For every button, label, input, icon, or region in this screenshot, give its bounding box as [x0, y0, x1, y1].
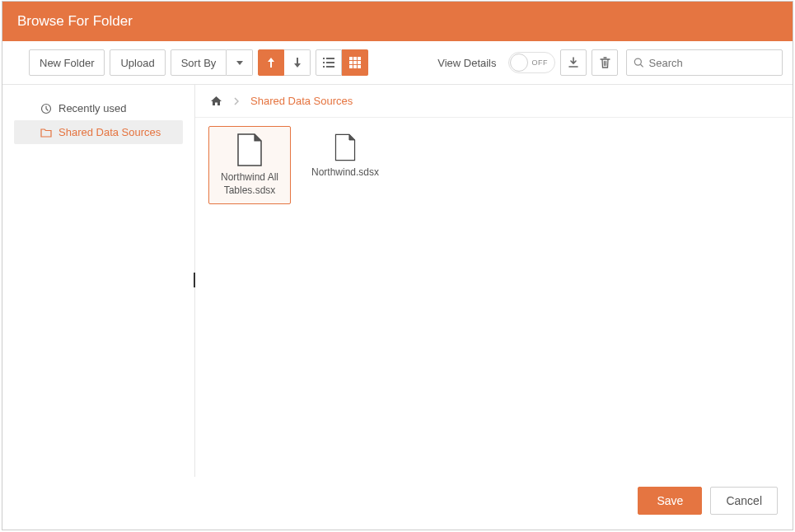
toolbar: New Folder Upload Sort By View: [2, 41, 793, 85]
sort-asc-button[interactable]: [258, 49, 284, 76]
sort-desc-button[interactable]: [284, 49, 311, 76]
sidebar-item-label: Shared Data Sources: [58, 126, 161, 138]
trash-icon: [600, 57, 610, 68]
svg-rect-2: [323, 62, 325, 63]
svg-rect-10: [353, 61, 357, 64]
sidebar-item-shared-data-sources[interactable]: Shared Data Sources: [14, 120, 183, 144]
svg-point-15: [634, 58, 641, 65]
svg-rect-7: [353, 57, 357, 60]
view-details-label: View Details: [437, 57, 496, 69]
sidebar-item-label: Recently used: [58, 102, 126, 114]
svg-line-16: [640, 64, 643, 67]
file-name: Northwind.sdsx: [306, 166, 384, 180]
dialog-body: Recently used Shared Data Sources Shared…: [2, 85, 793, 477]
delete-button[interactable]: [592, 49, 618, 76]
home-icon: [210, 96, 222, 106]
file-tile[interactable]: Northwind.sdsx: [304, 126, 386, 204]
breadcrumb-home[interactable]: [210, 96, 222, 106]
svg-rect-8: [358, 57, 361, 60]
search-icon: [634, 57, 644, 68]
dialog-footer: Save Cancel: [2, 477, 793, 530]
svg-rect-14: [358, 65, 361, 68]
file-icon: [334, 133, 357, 161]
sort-by-dropdown[interactable]: Sort By: [171, 49, 254, 76]
search-field[interactable]: [626, 49, 783, 76]
arrow-down-icon: [293, 57, 302, 68]
dialog-title: Browse For Folder: [2, 2, 793, 41]
save-button[interactable]: Save: [638, 487, 702, 515]
caret-down-icon: [227, 49, 253, 76]
svg-rect-6: [349, 57, 353, 60]
file-icon: [236, 133, 264, 166]
content-pane: Shared Data Sources Northwind All Tables…: [195, 85, 793, 477]
view-mode-group: [316, 49, 368, 76]
clock-icon: [40, 103, 52, 114]
svg-rect-0: [323, 58, 325, 59]
toggle-state-label: OFF: [529, 58, 555, 67]
svg-rect-12: [349, 65, 353, 68]
sidebar-item-recent[interactable]: Recently used: [14, 96, 183, 120]
file-name: Northwind All Tables.sdsx: [211, 171, 288, 197]
svg-rect-4: [323, 66, 325, 68]
chevron-right-icon: [234, 97, 239, 105]
upload-button[interactable]: Upload: [110, 49, 165, 76]
svg-rect-13: [353, 65, 357, 68]
arrow-up-icon: [267, 57, 275, 68]
view-details-toggle[interactable]: OFF: [508, 52, 556, 73]
sidebar: Recently used Shared Data Sources: [2, 85, 195, 477]
cancel-button[interactable]: Cancel: [710, 487, 778, 515]
sort-direction-group: [258, 49, 311, 76]
download-button[interactable]: [560, 49, 587, 76]
svg-rect-1: [326, 58, 334, 59]
svg-rect-5: [326, 66, 334, 68]
new-folder-button[interactable]: New Folder: [29, 49, 105, 76]
search-input[interactable]: [649, 57, 776, 69]
download-icon: [568, 57, 579, 68]
svg-rect-9: [349, 61, 353, 64]
browse-folder-dialog: Browse For Folder New Folder Upload Sort…: [2, 1, 793, 530]
grid-icon: [349, 57, 361, 68]
folder-icon: [40, 128, 52, 138]
svg-rect-3: [326, 62, 334, 63]
breadcrumb-current[interactable]: Shared Data Sources: [250, 95, 353, 107]
file-grid: Northwind All Tables.sdsx Northwind.sdsx: [195, 118, 793, 477]
list-icon: [323, 58, 334, 68]
resize-handle[interactable]: [194, 273, 195, 287]
list-view-button[interactable]: [316, 49, 342, 76]
breadcrumb: Shared Data Sources: [195, 85, 793, 118]
file-tile[interactable]: Northwind All Tables.sdsx: [208, 126, 291, 204]
grid-view-button[interactable]: [342, 49, 368, 76]
toggle-knob: [510, 54, 528, 72]
svg-rect-11: [358, 61, 361, 64]
sort-by-label: Sort By: [171, 49, 227, 76]
